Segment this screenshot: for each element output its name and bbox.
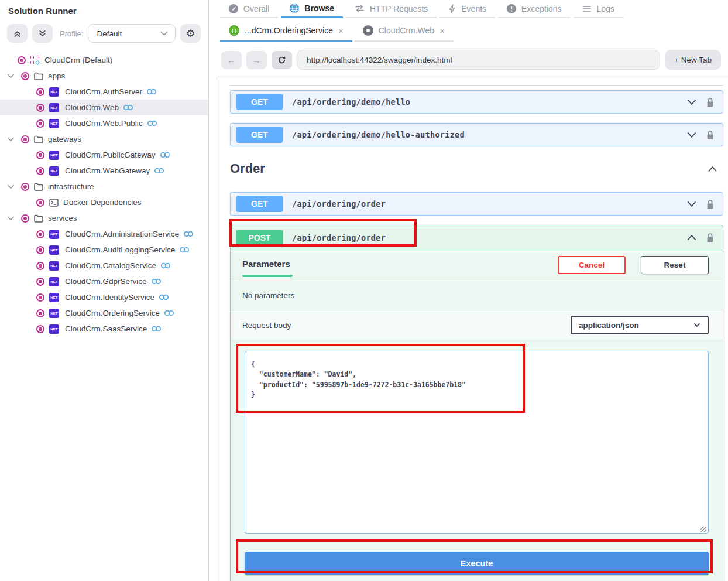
browse-link-icon[interactable] <box>164 310 174 316</box>
expand-all-button[interactable] <box>32 24 53 43</box>
tree-item-cloudcrm-catalogservice[interactable]: NET CloudCrm.CatalogService <box>0 258 208 274</box>
browse-link-icon[interactable] <box>179 247 190 253</box>
tree-item-cloudcrm-saasservice[interactable]: NET CloudCrm.SaasService <box>0 321 208 337</box>
tree-item-label: Docker-Dependencies <box>63 198 142 207</box>
method-badge: GET <box>236 127 283 143</box>
method-badge: GET <box>236 94 283 110</box>
tree-item-cloudcrm-web[interactable]: NET CloudCrm.Web <box>0 100 208 115</box>
double-chevron-down-icon <box>39 30 46 37</box>
tree-item-cloudcrm-identityservice[interactable]: NET CloudCrm.IdentityService <box>0 289 208 305</box>
endpoint-path: /api/ordering/order <box>292 199 386 209</box>
chevron-up-icon[interactable] <box>687 234 696 241</box>
lock-icon[interactable] <box>706 233 715 242</box>
tab-http-requests[interactable]: HTTP Requests <box>346 0 437 18</box>
webapp-icon <box>363 25 373 36</box>
tree-item-cloudcrm-administrationservice[interactable]: NET CloudCrm.AdministrationService <box>0 226 208 242</box>
browse-link-icon[interactable] <box>154 168 164 174</box>
lock-icon[interactable] <box>706 130 715 140</box>
tree-item-folder-gateways[interactable]: gateways <box>0 131 208 147</box>
close-icon[interactable]: × <box>439 26 445 35</box>
tree-item-cloudcrm-authserver[interactable]: NET CloudCrm.AuthServer <box>0 84 208 100</box>
browse-link-icon[interactable] <box>160 262 171 269</box>
endpoint-post-order-header[interactable]: POST /api/ordering/order <box>231 225 723 250</box>
content-type-value: application/json <box>579 321 693 330</box>
lock-icon[interactable] <box>706 199 715 209</box>
back-button[interactable]: ← <box>221 51 242 69</box>
request-body-textarea[interactable]: { "customerName": "David", "productId": … <box>245 351 709 534</box>
tree-item-cloudcrm-publicgateway[interactable]: NET CloudCrm.PublicGateway <box>0 147 208 163</box>
browse-link-icon[interactable] <box>123 104 133 111</box>
order-section-header[interactable]: Order <box>230 156 723 182</box>
chevron-up-icon[interactable] <box>708 166 717 172</box>
chevron-down-icon[interactable] <box>8 74 14 78</box>
tree-item-cloudcrm-auditloggingservice[interactable]: NET CloudCrm.AuditLoggingService <box>0 242 208 258</box>
chevron-down-icon[interactable] <box>687 201 696 207</box>
tree-item-folder-infrastructure[interactable]: infrastructure <box>0 179 208 194</box>
browser-tab-orderingservice[interactable]: { } ...dCrm.OrderingService × <box>220 20 352 42</box>
browse-link-icon[interactable] <box>146 88 157 95</box>
refresh-button[interactable] <box>272 51 292 69</box>
solution-runner-panel: Solution Runner Profile: Default ⚙ Cloud… <box>0 0 209 581</box>
panel-splitter[interactable] <box>209 0 215 581</box>
tab-exceptions[interactable]: Exceptions <box>498 0 570 18</box>
run-state-icon <box>36 230 44 238</box>
tab-browse[interactable]: Browse <box>281 0 343 18</box>
arrow-left-icon: ← <box>227 55 236 65</box>
tree-item-cloudcrm-web-public[interactable]: NET CloudCrm.Web.Public <box>0 115 208 131</box>
tree-item-solution-root[interactable]: CloudCrm (Default) <box>0 52 208 68</box>
forward-button[interactable]: → <box>246 51 267 69</box>
chevron-down-icon[interactable] <box>8 137 14 142</box>
run-state-icon <box>21 214 29 223</box>
content-type-select[interactable]: application/json <box>571 316 709 334</box>
chevron-down-icon[interactable] <box>8 216 14 221</box>
chevron-down-icon[interactable] <box>8 184 14 189</box>
tree-item-cloudcrm-gdprservice[interactable]: NET CloudCrm.GdprService <box>0 274 208 289</box>
dotnet-icon: NET <box>49 151 59 160</box>
endpoint-path: /api/ordering/demo/hello-authorized <box>292 130 465 139</box>
tree-item-cloudcrm-orderingservice[interactable]: NET CloudCrm.OrderingService <box>0 305 208 321</box>
endpoint-get-order[interactable]: GET /api/ordering/order <box>230 192 723 216</box>
tree-item-label: CloudCrm (Default) <box>44 56 112 64</box>
chevron-down-icon[interactable] <box>687 99 696 105</box>
run-state-icon <box>36 278 44 286</box>
chevron-down-icon[interactable] <box>687 132 696 138</box>
tree-item-folder-services[interactable]: services <box>0 210 208 226</box>
browser-tab-cloudcrm-web[interactable]: CloudCrm.Web × <box>354 20 454 42</box>
tree-item-folder-apps[interactable]: apps <box>0 68 208 84</box>
arrows-swap-icon <box>355 4 365 13</box>
tab-events[interactable]: Events <box>439 0 495 18</box>
execute-section: Execute <box>231 535 723 581</box>
tree-item-docker-dependencies[interactable]: Docker-Dependencies <box>0 194 208 210</box>
browse-link-icon[interactable] <box>160 152 170 158</box>
endpoint-path: /api/ordering/demo/hello <box>292 97 410 107</box>
dotnet-icon: NET <box>49 277 59 286</box>
lock-icon[interactable] <box>706 97 715 107</box>
browse-link-icon[interactable] <box>151 326 162 332</box>
tree-item-label: apps <box>48 71 65 80</box>
browse-link-icon[interactable] <box>147 120 157 127</box>
tab-logs[interactable]: Logs <box>574 0 623 18</box>
dotnet-icon: NET <box>49 230 59 239</box>
solution-icon <box>30 56 39 64</box>
profile-select[interactable]: Default <box>88 24 176 43</box>
browse-link-icon[interactable] <box>151 278 162 285</box>
dotnet-icon: NET <box>49 324 59 334</box>
cancel-button[interactable]: Cancel <box>558 256 626 274</box>
terminal-icon <box>49 199 59 207</box>
execute-button[interactable]: Execute <box>245 552 709 575</box>
tree-item-cloudcrm-webgateway[interactable]: NET CloudCrm.WebGateway <box>0 163 208 179</box>
endpoint-get-demo-hello[interactable]: GET /api/ordering/demo/hello <box>230 90 723 114</box>
endpoint-get-demo-hello-authorized[interactable]: GET /api/ordering/demo/hello-authorized <box>230 123 723 146</box>
settings-button[interactable]: ⚙ <box>180 24 201 43</box>
collapse-all-button[interactable] <box>7 24 28 43</box>
browse-link-icon[interactable] <box>183 231 194 237</box>
tree-item-label: CloudCrm.SaasService <box>65 324 147 333</box>
close-icon[interactable]: × <box>338 26 344 35</box>
resize-grip-icon[interactable] <box>700 527 706 532</box>
method-badge: GET <box>236 196 283 212</box>
reset-button[interactable]: Reset <box>641 256 709 274</box>
new-tab-button[interactable]: + New Tab <box>665 50 721 70</box>
tab-overall[interactable]: Overall <box>220 0 278 18</box>
url-input[interactable] <box>297 50 660 70</box>
browse-link-icon[interactable] <box>159 294 169 300</box>
